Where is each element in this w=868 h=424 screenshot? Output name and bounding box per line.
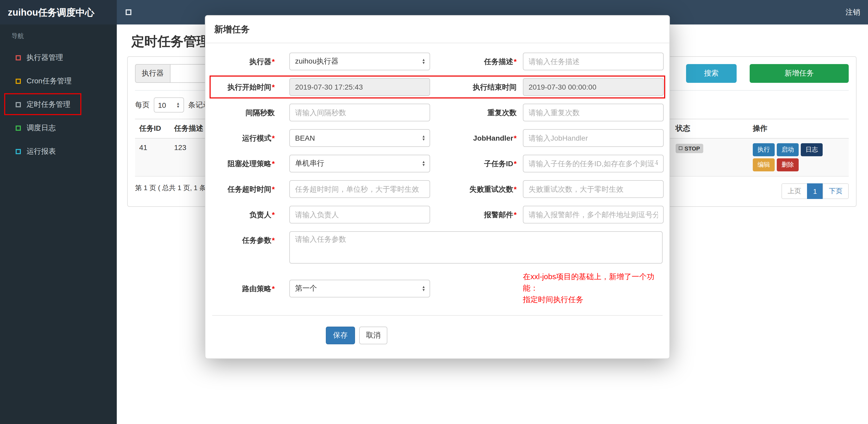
add-task-button[interactable]: 新增任务 <box>750 64 849 83</box>
square-icon <box>16 149 21 154</box>
form-row-runmode-handler: 运行模式* BEAN ▲▼ JobHandler* <box>212 129 662 147</box>
log-button[interactable]: 日志 <box>801 143 823 156</box>
block-strategy-select[interactable]: 单机串行 ▲▼ <box>289 155 430 172</box>
fail-retry-field-label: 失败重试次数* <box>430 180 523 198</box>
required-asterisk: * <box>272 83 275 91</box>
app-root: zuihou任务调度中心 注销 导航 执行器管理 Cron任务管理 定时任务管理… <box>0 0 868 424</box>
child-job-field-label: 子任务ID* <box>430 155 523 172</box>
repeat-count-input[interactable] <box>523 104 664 121</box>
cancel-button[interactable]: 取消 <box>359 327 388 345</box>
square-icon <box>16 125 21 130</box>
interval-field-label: 间隔秒数 <box>212 104 289 121</box>
form-row-block-childjob: 阻塞处理策略* 单机串行 ▲▼ 子任务ID* <box>212 155 662 172</box>
route-strategy-field-label: 路由策略* <box>212 280 289 297</box>
owner-input[interactable] <box>289 206 430 224</box>
save-button[interactable]: 保存 <box>326 327 355 345</box>
sidebar-item-timed-task-manage[interactable]: 定时任务管理 <box>0 93 117 116</box>
square-icon <box>16 55 21 60</box>
required-asterisk: * <box>514 159 517 168</box>
logout-link[interactable]: 注销 <box>845 7 860 17</box>
cell-job-id: 41 <box>135 138 170 156</box>
sidebar-item-executor-manage[interactable]: 执行器管理 <box>0 46 117 69</box>
select-arrows-icon: ▲▼ <box>422 160 425 167</box>
executor-select[interactable]: zuihou执行器 ▲▼ <box>289 53 430 70</box>
required-asterisk: * <box>514 57 517 66</box>
alarm-email-field-label: 报警邮件* <box>430 206 523 224</box>
sidebar-menu: 执行器管理 Cron任务管理 定时任务管理 调度日志 运行报表 <box>0 46 117 163</box>
current-page-button[interactable]: 1 <box>807 183 823 199</box>
form-row-interval-repeat: 间隔秒数 重复次数 <box>212 104 662 121</box>
form-row-job-param: 任务参数* <box>212 231 662 264</box>
sidebar-item-label: 运行报表 <box>27 146 56 156</box>
sidebar-item-label: 定时任务管理 <box>27 99 70 109</box>
timeout-field-label: 任务超时时间* <box>212 180 289 198</box>
select-arrows-icon: ▲▼ <box>422 135 425 141</box>
cell-status: STOP <box>672 138 749 158</box>
end-time-input[interactable] <box>523 78 664 96</box>
prev-page-button[interactable]: 上页 <box>781 183 808 199</box>
executor-field-label: 执行器* <box>212 53 289 70</box>
fail-retry-input[interactable] <box>523 180 664 198</box>
required-asterisk: * <box>272 284 275 292</box>
form-row-executor: 执行器* zuihou执行器 ▲▼ 任务描述* <box>212 53 662 70</box>
job-param-textarea[interactable] <box>289 231 662 264</box>
pagination: 上页 1 下页 <box>781 183 849 199</box>
start-time-input[interactable] <box>289 78 430 96</box>
run-button[interactable]: 执行 <box>753 143 775 156</box>
sidebar-section-label: 导航 <box>0 25 117 43</box>
required-asterisk: * <box>272 185 275 193</box>
select-value: 第一个 <box>295 284 317 293</box>
run-mode-select[interactable]: BEAN ▲▼ <box>289 129 430 147</box>
start-time-field-label: 执行开始时间* <box>212 78 289 96</box>
modal-body: 执行器* zuihou执行器 ▲▼ 任务描述* 执行开始时间* 执行结束时间 间… <box>206 43 670 305</box>
select-arrows-icon: ▲▼ <box>422 58 425 65</box>
stop-square-icon <box>679 146 682 150</box>
form-row-owner-email: 负责人* 报警邮件* <box>212 206 662 224</box>
required-asterisk: * <box>272 159 275 168</box>
next-page-button[interactable]: 下页 <box>823 183 849 199</box>
sidebar: 导航 执行器管理 Cron任务管理 定时任务管理 调度日志 运行报表 <box>0 25 117 424</box>
sidebar-item-label: 调度日志 <box>27 123 56 133</box>
form-row-timeout-retry: 任务超时时间* 失败重试次数* <box>212 180 662 198</box>
select-value: BEAN <box>295 134 315 142</box>
square-icon <box>16 102 21 107</box>
square-icon <box>16 78 21 84</box>
sidebar-item-dispatch-log[interactable]: 调度日志 <box>0 116 117 140</box>
page-size-select[interactable]: 10 ▲▼ <box>154 97 184 112</box>
job-desc-input[interactable] <box>523 53 664 70</box>
block-strategy-field-label: 阻塞处理策略* <box>212 155 289 172</box>
job-handler-input[interactable] <box>523 129 664 147</box>
brand-title[interactable]: zuihou任务调度中心 <box>0 0 117 25</box>
child-job-id-input[interactable] <box>523 155 664 172</box>
end-time-field-label: 执行结束时间 <box>430 78 523 96</box>
select-value: 10 <box>158 101 166 109</box>
delete-button[interactable]: 删除 <box>777 158 799 171</box>
form-row-exec-time: 执行开始时间* 执行结束时间 <box>212 78 662 96</box>
alarm-email-input[interactable] <box>523 206 664 224</box>
page-size-prefix-label: 每页 <box>135 100 150 110</box>
job-handler-field-label: JobHandler* <box>430 129 523 147</box>
required-asterisk: * <box>514 185 517 193</box>
job-desc-field-label: 任务描述* <box>430 53 523 70</box>
route-strategy-select[interactable]: 第一个 ▲▼ <box>289 280 430 297</box>
executor-filter-label: 执行器 <box>135 64 170 83</box>
interval-seconds-input[interactable] <box>289 104 430 121</box>
select-arrows-icon: ▲▼ <box>422 285 425 291</box>
status-badge-label: STOP <box>684 145 700 151</box>
column-header-job-id: 任务ID <box>135 119 170 138</box>
start-button[interactable]: 启动 <box>777 143 799 156</box>
required-asterisk: * <box>272 236 275 244</box>
sidebar-item-label: Cron任务管理 <box>27 76 72 86</box>
select-value: zuihou执行器 <box>295 57 339 66</box>
edit-button[interactable]: 编辑 <box>753 158 775 171</box>
modal-title: 新增任务 <box>214 24 660 35</box>
sidebar-toggle-icon[interactable] <box>126 9 131 15</box>
modal-header: 新增任务 <box>206 15 670 43</box>
required-asterisk: * <box>514 134 517 142</box>
sidebar-item-cron-task-manage[interactable]: Cron任务管理 <box>0 69 117 93</box>
run-mode-field-label: 运行模式* <box>212 129 289 147</box>
search-button[interactable]: 搜索 <box>686 64 737 83</box>
timeout-input[interactable] <box>289 180 430 198</box>
required-asterisk: * <box>272 57 275 66</box>
sidebar-item-run-report[interactable]: 运行报表 <box>0 140 117 163</box>
